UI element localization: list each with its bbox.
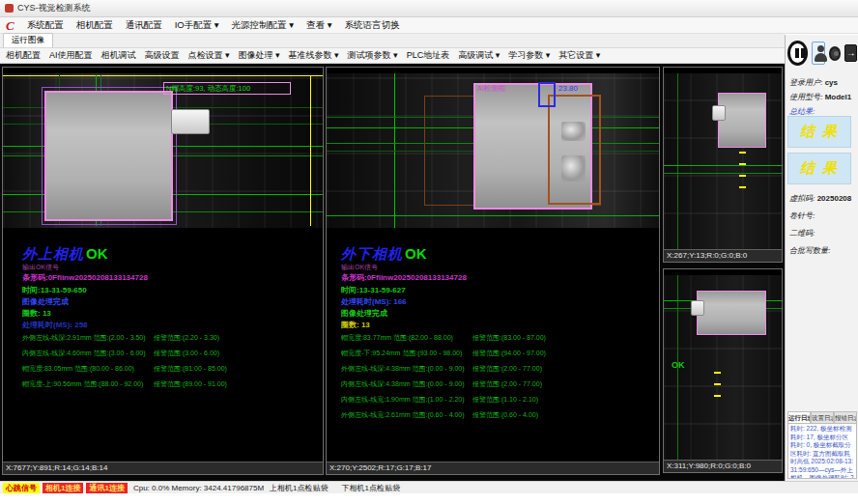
tab-run-image[interactable]: 运行图像	[3, 33, 53, 47]
total-result-label: 总结果:	[789, 107, 815, 116]
process-status: 图像处理完成	[22, 296, 69, 307]
status-links: 上相机1点检贴袋下相机1点检贴袋	[270, 483, 400, 493]
model-row: 使用型号:Model1	[789, 92, 851, 102]
camera-name: 外上相机	[22, 245, 84, 262]
right-top-viewport[interactable]	[664, 73, 782, 250]
needle-label: 卷针号:	[789, 211, 815, 220]
log-tab[interactable]: 运行日志	[787, 411, 811, 423]
yellow-mark	[714, 383, 721, 385]
measurement-row: 外侧左线-线宽:2.61mm 范围:(0.60 - 4.00)报警范围:(0.6…	[341, 410, 650, 426]
process-status: 图像处理完成	[341, 308, 387, 319]
measurement-alarm-range: 报警范围:(0.60 - 4.00)	[472, 410, 538, 420]
app-icon	[5, 4, 14, 13]
log-tab[interactable]: 设置日志	[811, 411, 834, 423]
measurement-alarm-range: 报警范围:(83.00 - 87.00)	[472, 333, 546, 343]
toolbar-item[interactable]: 其它设置 ▾	[558, 49, 600, 62]
barcode-text: 条形码:0Ffiinw20250208133134728	[341, 272, 467, 283]
process-elapsed: 处理耗时(MS): 258	[22, 320, 88, 330]
measurement-alarm-range: 报警范围:(89.00 - 91.00)	[154, 379, 227, 389]
yellow-mark	[739, 163, 746, 165]
result-box-1: 结 果	[787, 116, 851, 148]
toolbar-item[interactable]: 测试项参数 ▾	[348, 49, 398, 62]
connector-tab	[712, 105, 726, 121]
measurement-value: 帽宽度:83.77mm 范围:(82.00 - 88.00)	[341, 333, 453, 343]
menu-item[interactable]: 查看 ▾	[306, 19, 331, 32]
toolbar-item[interactable]: 学习参数 ▾	[508, 49, 550, 62]
status-bar: 心跳信号相机1连接通讯1连接 Cpu: 0.0% Memory: 3424.41…	[0, 481, 858, 493]
model-value: Model1	[825, 93, 852, 101]
toolbar-item[interactable]: 高级调试 ▾	[458, 49, 500, 62]
measurement-value: 帽宽度:83.05mm 范围:(80.00 - 86.00)	[22, 364, 134, 374]
batch-count-row: 合批写数量:	[789, 245, 831, 256]
menu-bar: C 系统配置相机配置通讯配置IO手配置 ▾光源控制配置 ▾查看 ▾系统语言切换	[0, 17, 858, 34]
virtual-code-value: 20250208	[817, 194, 852, 203]
measurement-row: 帽宽度-下:95.24mm 范围:(93.00 - 98.00)报警范围:(94…	[341, 349, 650, 364]
user-button[interactable]	[812, 42, 825, 65]
measure-marker-box	[538, 82, 556, 107]
toolbar-item[interactable]: 基准线参数 ▾	[289, 49, 339, 62]
left-camera-panel: N帽高度:93, 动态高度:100 外上相机OK 输出OK信号 条形码:0Ffi…	[2, 67, 324, 475]
toolbar-item[interactable]: 点检设置 ▾	[188, 49, 230, 62]
toolbar-item[interactable]: PLC地址表	[407, 49, 450, 62]
result-ok: OK	[405, 245, 427, 262]
menu-item[interactable]: 通讯配置	[126, 19, 162, 32]
left-camera-viewport[interactable]: N帽高度:93, 动态高度:100	[3, 73, 323, 228]
log-tab[interactable]: 报错日志	[834, 411, 857, 423]
product-region	[44, 91, 173, 221]
menu-item[interactable]: 光源控制配置 ▾	[232, 19, 294, 32]
toolbar-item[interactable]: AI使用配置	[49, 49, 93, 62]
qrcode-row: 二维码:	[789, 228, 815, 238]
menu-item[interactable]: IO手配置 ▾	[175, 19, 219, 32]
product-region	[697, 291, 766, 335]
qrcode-label: 二维码:	[789, 229, 815, 238]
turn-count: 圈数: 13	[22, 308, 51, 319]
turn-count: 圈数: 13	[341, 320, 370, 330]
tab-bar: 运行图像	[0, 34, 785, 48]
measurement-value: 帽宽度-上:90.56mm 范围:(88.00 - 92.00)	[22, 379, 143, 389]
app-logo-icon: C	[6, 19, 14, 32]
pixel-status-readout: X:270;Y:2502;R:17;G:17;B:17	[327, 462, 659, 474]
pixel-status-readout: X:267;Y:13;R:0;G:0;B:0	[664, 249, 782, 262]
yellow-reference-line	[3, 75, 323, 76]
camera-result-title: 外下相机OK	[341, 245, 427, 264]
menu-items: 系统配置相机配置通讯配置IO手配置 ▾光源控制配置 ▾查看 ▾系统语言切换	[27, 19, 400, 32]
measurement-row: 内侧左线-线深:4.38mm 范围:(0.00 - 9.00)报警范围:(2.0…	[341, 379, 650, 395]
process-elapsed: 处理耗时(MS): 166	[341, 296, 407, 307]
camera-result-title: 外上相机OK	[22, 245, 108, 264]
measurement-alarm-range: 报警范围:(2.00 - 77.00)	[472, 364, 542, 374]
exit-button[interactable]: →	[844, 44, 857, 62]
right-bottom-viewport[interactable]: OK	[664, 275, 782, 461]
log-content[interactable]: 耗时: 222, 极坐标检测耗时: 17, 极坐标分区耗时: 0, 极坐标截取分…	[787, 423, 857, 479]
menu-item[interactable]: 系统配置	[27, 19, 64, 32]
result-label: OK	[672, 360, 685, 370]
measurement-row: 帽宽度:83.77mm 范围:(82.00 - 88.00)报警范围:(83.0…	[341, 333, 650, 349]
measurement-alarm-range: 报警范围:(2.20 - 3.30)	[154, 333, 219, 343]
sidebar-buttons: →	[787, 39, 857, 68]
toolbar-item[interactable]: 相机调试	[101, 49, 136, 62]
measurement-alarm-range: 报警范围:(94.00 - 97.00)	[472, 349, 546, 358]
measurement-value: 外侧左线-线深:2.91mm 范围:(2.00 - 3.50)	[22, 333, 146, 343]
right-sidebar: → 登录用户:cys 使用型号:Model1 总结果: 结 果 结 果 虚拟码:…	[785, 35, 858, 481]
measurement-alarm-range: 报警范围:(81.00 - 85.00)	[154, 364, 227, 374]
ai-region-label: AI检测框	[477, 84, 506, 94]
toolbar-item[interactable]: 相机配置	[6, 49, 41, 62]
menu-item[interactable]: 相机配置	[76, 19, 113, 32]
status-link: 上相机1点检贴袋	[270, 483, 328, 493]
green-guide-line	[664, 165, 782, 166]
menu-item[interactable]: 系统语言切换	[344, 19, 399, 32]
measurement-value: 帽宽度-下:95.24mm 范围:(93.00 - 98.00)	[341, 349, 462, 358]
measurement-value: 内侧左线-线深:4.38mm 范围:(0.00 - 9.00)	[341, 379, 465, 389]
pause-button[interactable]	[787, 41, 808, 66]
measurement-value: 内侧左线-线深:4.60mm 范围:(3.00 - 6.00)	[22, 349, 146, 358]
virtual-code-label: 虚拟码:	[789, 194, 815, 203]
status-badges: 心跳信号相机1连接通讯1连接	[3, 483, 128, 493]
toolbar-item[interactable]: 图像处理 ▾	[239, 49, 280, 62]
toolbar-item[interactable]: 高级设置	[145, 49, 180, 62]
measurement-value: 外侧左线-线深:4.38mm 范围:(0.00 - 9.00)	[341, 364, 465, 374]
capture-time: 时间:13-31-59-627	[341, 285, 406, 295]
measurement-list: 外侧左线-线深:2.91mm 范围:(2.00 - 3.50)报警范围:(2.2…	[22, 333, 317, 395]
middle-camera-viewport[interactable]: 23.80 AI检测框	[327, 73, 659, 228]
yellow-mark	[739, 175, 746, 177]
settings-circle-button[interactable]	[829, 46, 841, 61]
roi-threshold-text: N帽高度:93, 动态高度:100	[166, 84, 250, 93]
